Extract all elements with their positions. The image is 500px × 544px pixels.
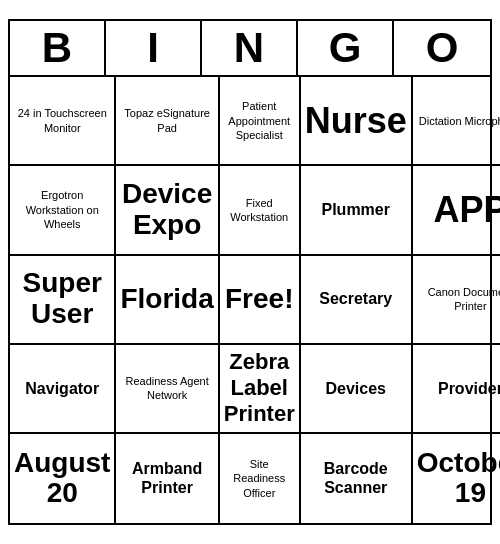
bingo-cell-21[interactable]: Armband Printer — [116, 434, 219, 523]
bingo-cell-10[interactable]: Super User — [10, 256, 116, 345]
bingo-cell-1[interactable]: Topaz eSignature Pad — [116, 77, 219, 166]
bingo-cell-2[interactable]: Patient Appointment Specialist — [220, 77, 301, 166]
bingo-cell-13[interactable]: Secretary — [301, 256, 413, 345]
bingo-cell-6[interactable]: Device Expo — [116, 166, 219, 255]
bingo-cell-22[interactable]: Site Readiness Officer — [220, 434, 301, 523]
bingo-cell-20[interactable]: August 20 — [10, 434, 116, 523]
bingo-cell-9[interactable]: APP — [413, 166, 500, 255]
header-o: O — [394, 21, 490, 75]
bingo-cell-17[interactable]: Zebra Label Printer — [220, 345, 301, 434]
bingo-header: B I N G O — [10, 21, 490, 77]
bingo-cell-0[interactable]: 24 in Touchscreen Monitor — [10, 77, 116, 166]
bingo-cell-23[interactable]: Barcode Scanner — [301, 434, 413, 523]
bingo-cell-19[interactable]: Provider — [413, 345, 500, 434]
bingo-cell-18[interactable]: Devices — [301, 345, 413, 434]
bingo-cell-5[interactable]: Ergotron Workstation on Wheels — [10, 166, 116, 255]
header-i: I — [106, 21, 202, 75]
bingo-cell-15[interactable]: Navigator — [10, 345, 116, 434]
header-n: N — [202, 21, 298, 75]
bingo-cell-14[interactable]: Canon Document Printer — [413, 256, 500, 345]
bingo-cell-12[interactable]: Free! — [220, 256, 301, 345]
bingo-grid: 24 in Touchscreen MonitorTopaz eSignatur… — [10, 77, 490, 523]
bingo-cell-3[interactable]: Nurse — [301, 77, 413, 166]
bingo-cell-7[interactable]: Fixed Workstation — [220, 166, 301, 255]
bingo-card: B I N G O 24 in Touchscreen MonitorTopaz… — [8, 19, 492, 525]
bingo-cell-24[interactable]: October 19 — [413, 434, 500, 523]
bingo-cell-8[interactable]: Plummer — [301, 166, 413, 255]
bingo-cell-16[interactable]: Readiness Agent Network — [116, 345, 219, 434]
bingo-cell-4[interactable]: Dictation Microphone — [413, 77, 500, 166]
bingo-cell-11[interactable]: Florida — [116, 256, 219, 345]
header-b: B — [10, 21, 106, 75]
header-g: G — [298, 21, 394, 75]
